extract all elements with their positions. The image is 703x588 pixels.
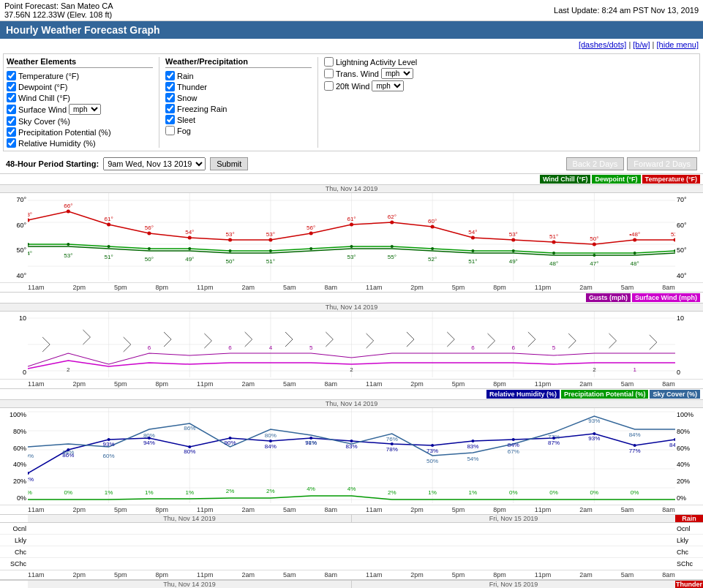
svg-text:2%: 2% (266, 488, 275, 494)
temp-checkbox[interactable] (7, 71, 16, 80)
snow-checkbox[interactable] (165, 93, 175, 102)
temperature-legend: Temperature (°F) (642, 175, 700, 184)
forward-2-days-button[interactable]: Forward 2 Days (627, 157, 697, 170)
svg-text:53°: 53° (347, 254, 356, 260)
svg-text:77%: 77% (629, 448, 641, 454)
rain-checkbox[interactable] (165, 71, 175, 80)
rel-humidity-checkbox[interactable] (7, 138, 16, 148)
svg-text:56°: 56° (145, 225, 154, 231)
hide-menu-link[interactable]: [hide menu] (657, 40, 699, 49)
svg-text:78%: 78% (386, 446, 398, 453)
svg-point-17 (147, 232, 151, 235)
svg-point-193 (148, 437, 151, 440)
svg-text:6: 6 (148, 344, 151, 351)
opt-windchill-label: Wind Chill (°F) (18, 94, 70, 102)
svg-text:50%: 50% (426, 458, 438, 464)
svg-point-19 (188, 236, 192, 240)
opt-rel-humidity: Relative Humidity (%) (7, 138, 153, 148)
chart2-svg-area: 6 6 4 5 6 6 5 1 2 2 2 (28, 312, 675, 379)
sleet-checkbox[interactable] (165, 115, 175, 124)
thunder-div1: Thu, Nov 14 2019 (28, 581, 352, 588)
svg-text:0%: 0% (64, 489, 72, 496)
svg-text:60%: 60% (103, 453, 115, 459)
svg-point-13 (67, 210, 70, 214)
svg-text:53°: 53° (671, 231, 675, 238)
wind-chart-area: Gusts (mph) Surface Wind (mph) Thu, Nov … (0, 293, 703, 389)
svg-text:84%: 84% (508, 442, 519, 448)
svg-text:61°: 61° (105, 216, 113, 222)
svg-text:53°: 53° (509, 231, 518, 238)
svg-point-197 (309, 437, 312, 440)
svg-text:0%: 0% (549, 489, 558, 496)
location-name: Point Forecast: San Mateo CA (4, 1, 113, 10)
windchill-checkbox[interactable] (7, 93, 16, 102)
trans-wind-unit[interactable]: mphkts (381, 68, 413, 79)
svg-text:54%: 54% (467, 456, 478, 462)
svg-text:61°: 61° (347, 216, 356, 222)
svg-point-191 (67, 448, 69, 451)
thunder-checkbox[interactable] (165, 82, 175, 91)
20ft-wind-checkbox[interactable] (324, 81, 334, 91)
surface-wind-unit[interactable]: mphkts (69, 104, 101, 115)
surface-wind-checkbox[interactable] (7, 105, 16, 114)
period-label: 48-Hour Period Starting: (6, 159, 99, 168)
submit-button[interactable]: Submit (210, 157, 248, 170)
svg-point-61 (67, 243, 69, 246)
dashes-link[interactable]: [dashes/dots] (579, 40, 626, 49)
location-info: Point Forecast: San Mateo CA 37.56N 122.… (4, 1, 113, 19)
svg-text:1%: 1% (428, 489, 437, 496)
top-info-bar: Point Forecast: San Mateo CA 37.56N 122.… (0, 0, 703, 21)
svg-point-29 (390, 221, 394, 225)
thunder-divider-row: Thu, Nov 14 2019 Fri, Nov 15 2019 Thunde… (0, 581, 703, 588)
svg-point-195 (229, 437, 232, 440)
svg-text:67%: 67% (508, 448, 519, 455)
svg-point-194 (188, 445, 191, 448)
coordinates: 37.56N 122.33W (Elev. 108 ft) (4, 10, 112, 19)
period-select[interactable]: 9am Wed, Nov 13 2019 (103, 157, 206, 170)
chart3-body: 100% 80% 60% 40% 20% 0% (0, 408, 703, 505)
col1-label: Weather Elements (7, 57, 153, 68)
bw-link[interactable]: [b/w] (633, 40, 650, 49)
svg-text:51°: 51° (105, 254, 113, 260)
svg-line-118 (650, 335, 657, 342)
svg-text:62°: 62° (388, 214, 396, 220)
thunder-label-box: Thunder (675, 581, 703, 588)
lightning-checkbox[interactable] (324, 57, 334, 67)
svg-line-117 (650, 342, 657, 350)
opt-fog-label: Fog (177, 127, 191, 135)
fog-checkbox[interactable] (165, 126, 175, 135)
freezing-rain-checkbox[interactable] (165, 104, 175, 113)
svg-text:93%: 93% (588, 435, 600, 442)
svg-text:51°: 51° (266, 258, 275, 265)
chart1-y-right: 70° 60° 50° 40° (675, 193, 703, 282)
trans-wind-checkbox[interactable] (324, 69, 334, 78)
20ft-wind-unit[interactable]: mphkts (372, 80, 404, 91)
windchill-legend: Wind Chill (°F) (540, 175, 591, 184)
opt-20ft-wind: 20ft Wind mphkts (324, 80, 470, 91)
dewpoint-checkbox[interactable] (7, 82, 16, 91)
svg-line-105 (407, 339, 414, 347)
svg-text:83%: 83% (345, 443, 357, 450)
svg-text:48°: 48° (631, 260, 639, 267)
svg-text:51°: 51° (468, 258, 477, 265)
chart2-svg: 6 6 4 5 6 6 5 1 2 2 2 (28, 312, 675, 377)
svg-text:76%: 76% (386, 436, 398, 442)
precip-potential-checkbox[interactable] (7, 127, 16, 137)
svg-text:1%: 1% (185, 489, 194, 496)
opt-temperature: Temperature (°F) (7, 71, 153, 80)
svg-point-66 (269, 249, 272, 252)
humidity-chart-area: Relative Humidity (%) Precipitation Pote… (0, 389, 703, 515)
svg-line-98 (245, 332, 252, 339)
sky-cover-checkbox[interactable] (7, 116, 16, 126)
last-update: Last Update: 8:24 am PST Nov 13, 2019 (554, 6, 699, 15)
svg-text:2: 2 (67, 366, 70, 373)
page-title: Hourly Weather Forecast Graph (0, 21, 703, 39)
chart3-divider: Thu, Nov 14 2019 (0, 399, 703, 408)
col2-label: Weather/Precipitation (165, 57, 312, 68)
svg-point-21 (228, 238, 232, 242)
back-2-days-button[interactable]: Back 2 Days (566, 157, 625, 170)
svg-point-196 (269, 440, 272, 442)
svg-text:55°: 55° (388, 254, 396, 260)
svg-point-71 (471, 249, 474, 252)
svg-point-70 (431, 247, 434, 250)
